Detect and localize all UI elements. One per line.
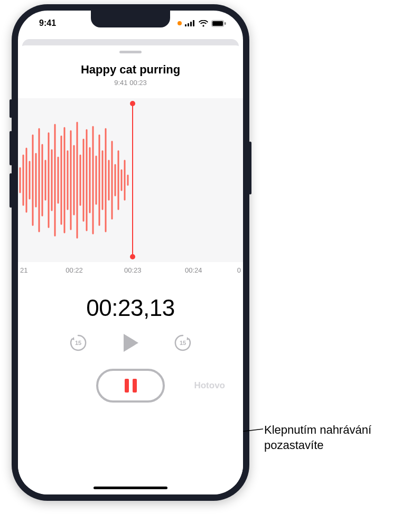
svg-rect-1	[188, 23, 189, 26]
recording-meta: 9:4100:23	[18, 79, 243, 87]
recording-title[interactable]: Happy cat purring	[18, 63, 243, 77]
skip-back-icon: 15	[68, 333, 88, 353]
wifi-icon	[199, 20, 208, 27]
svg-text:15: 15	[75, 340, 81, 346]
transport-controls: 15 15	[18, 331, 243, 355]
svg-rect-3	[193, 20, 194, 26]
home-indicator[interactable]	[94, 487, 167, 489]
svg-rect-0	[185, 24, 186, 26]
skip-forward-icon: 15	[173, 333, 193, 353]
ruler-tick: 21	[20, 266, 27, 274]
notch	[91, 11, 170, 27]
bottom-row: Hotovo	[18, 369, 243, 403]
ruler-tick: 00:22	[66, 266, 83, 274]
statusbar-time: 9:41	[33, 18, 56, 28]
screen: 9:41	[18, 11, 243, 494]
battery-icon	[211, 20, 226, 27]
pause-button[interactable]	[96, 369, 165, 403]
ruler-tick: 0	[237, 266, 241, 274]
ruler-tick: 00:24	[185, 266, 202, 274]
play-icon	[122, 333, 139, 353]
elapsed-time: 00:23,13	[18, 295, 243, 321]
svg-rect-5	[212, 21, 223, 26]
ruler-tick: 00:23	[124, 266, 142, 274]
recording-sheet: Happy cat purring 9:4100:23	[18, 45, 243, 494]
title-block: Happy cat purring 9:4100:23	[18, 63, 243, 87]
svg-rect-6	[225, 22, 226, 25]
svg-text:15: 15	[180, 340, 186, 346]
skip-forward-button[interactable]: 15	[172, 332, 193, 353]
cellular-icon	[185, 20, 195, 26]
time-ruler[interactable]: 21 00:22 00:23 00:24 0	[18, 262, 243, 281]
sheet-grabber[interactable]	[119, 51, 142, 53]
svg-rect-2	[190, 22, 192, 26]
phone-frame: 9:41	[12, 4, 249, 501]
waveform-area[interactable]	[18, 98, 243, 262]
recording-time: 9:41	[114, 79, 127, 87]
statusbar-icons	[178, 20, 228, 27]
callout-text: Klepnutím nahrávání pozastavíte	[264, 423, 412, 453]
recording-duration: 00:23	[128, 79, 147, 87]
done-button[interactable]: Hotovo	[194, 380, 225, 391]
pause-icon	[125, 379, 137, 393]
waveform-icon	[18, 98, 243, 262]
skip-back-button[interactable]: 15	[68, 332, 89, 353]
play-button[interactable]	[118, 331, 143, 355]
recording-indicator-icon	[178, 21, 182, 25]
playhead[interactable]	[132, 104, 133, 257]
